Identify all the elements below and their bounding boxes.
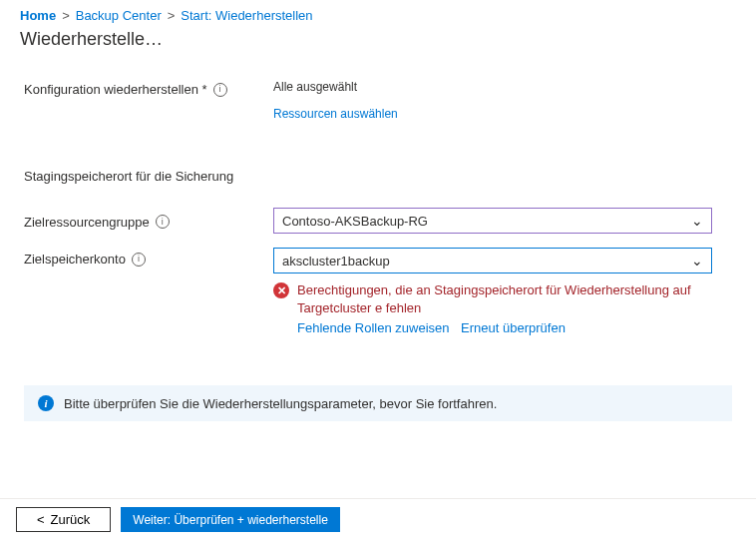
target-rg-value: Contoso-AKSBackup-RG xyxy=(282,214,428,229)
label-target-rg: Zielressourcengruppe i xyxy=(24,213,273,230)
label-restore-config: Konfiguration wiederherstellen * i xyxy=(24,80,273,97)
main-content: Konfiguration wiederherstellen * i Alle … xyxy=(0,50,756,335)
section-title-staging: Stagingspeicherort für die Sicherung xyxy=(24,169,732,184)
page-title: Wiederherstelle… xyxy=(0,27,756,50)
label-target-sa: Zielspeicherkonto i xyxy=(24,248,273,267)
footer: < Zurück Weiter: Überprüfen + wiederhers… xyxy=(0,498,756,540)
info-banner-text: Bitte überprüfen Sie die Wiederherstellu… xyxy=(64,396,497,411)
info-banner-icon: i xyxy=(38,395,54,411)
restore-config-value: Alle ausgewählt xyxy=(273,80,732,94)
assign-missing-roles-link[interactable]: Fehlende Rollen zuweisen xyxy=(297,320,449,335)
staging-error: ✕ Berechtigungen, die an Stagingspeicher… xyxy=(273,281,712,335)
row-target-rg: Zielressourcengruppe i Contoso-AKSBackup… xyxy=(24,208,732,234)
row-restore-config: Konfiguration wiederherstellen * i Alle … xyxy=(24,80,732,121)
target-sa-value: akscluster1backup xyxy=(282,254,390,269)
breadcrumb-backup-center[interactable]: Backup Center xyxy=(76,8,162,23)
select-resources-link[interactable]: Ressourcen auswählen xyxy=(273,107,398,121)
field-restore-config: Alle ausgewählt Ressourcen auswählen xyxy=(273,80,732,121)
breadcrumb: Home > Backup Center > Start: Wiederhers… xyxy=(0,0,756,27)
back-button-label: Zurück xyxy=(51,512,91,527)
error-icon: ✕ xyxy=(273,282,289,298)
breadcrumb-sep-2: > xyxy=(168,8,176,23)
info-banner: i Bitte überprüfen Sie die Wiederherstel… xyxy=(24,385,732,421)
retry-check-link[interactable]: Erneut überprüfen xyxy=(461,320,566,335)
label-target-sa-text: Zielspeicherkonto xyxy=(24,252,126,267)
next-review-restore-button[interactable]: Weiter: Überprüfen + wiederherstelle xyxy=(121,507,340,532)
chevron-down-icon: ⌄ xyxy=(691,214,703,228)
label-restore-config-text: Konfiguration wiederherstellen * xyxy=(24,82,207,97)
staging-error-links: Fehlende Rollen zuweisen Erneut überprüf… xyxy=(297,320,712,335)
chevron-left-icon: < xyxy=(37,512,45,527)
target-rg-select[interactable]: Contoso-AKSBackup-RG ⌄ xyxy=(273,208,712,234)
info-icon[interactable]: i xyxy=(213,83,227,97)
info-icon[interactable]: i xyxy=(156,215,170,229)
breadcrumb-sep-1: > xyxy=(62,8,70,23)
back-button[interactable]: < Zurück xyxy=(16,507,111,532)
breadcrumb-home[interactable]: Home xyxy=(20,8,56,23)
row-target-sa: Zielspeicherkonto i akscluster1backup ⌄ … xyxy=(24,248,732,335)
breadcrumb-start-restore[interactable]: Start: Wiederherstellen xyxy=(181,8,312,23)
staging-error-text: Berechtigungen, die an Stagingspeicheror… xyxy=(297,281,712,316)
info-icon[interactable]: i xyxy=(132,253,146,267)
target-sa-select[interactable]: akscluster1backup ⌄ xyxy=(273,248,712,273)
chevron-down-icon: ⌄ xyxy=(691,254,703,268)
label-target-rg-text: Zielressourcengruppe xyxy=(24,215,150,230)
